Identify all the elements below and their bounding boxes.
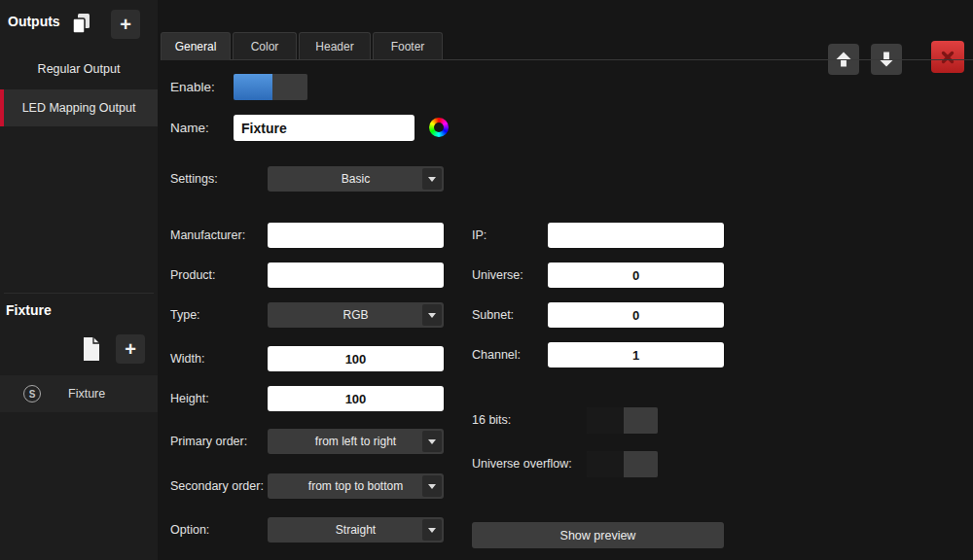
toggle-grip xyxy=(624,451,658,477)
close-icon xyxy=(939,49,956,66)
secondary-order-dropdown-value: from top to bottom xyxy=(308,479,403,493)
toggle-indicator xyxy=(587,451,624,477)
primary-order-dropdown[interactable]: from left to right xyxy=(268,429,444,454)
universe-label: Universe: xyxy=(472,262,523,289)
settings-dropdown-value: Basic xyxy=(342,172,370,186)
fixture-s-icon: S xyxy=(23,385,41,402)
product-input[interactable] xyxy=(268,262,444,288)
duplicate-output-icon[interactable] xyxy=(68,11,93,36)
fixture-header: Fixture xyxy=(6,302,52,318)
height-input[interactable] xyxy=(268,386,444,411)
toggle-indicator xyxy=(234,74,272,100)
led-mapping-app: { "sidebar": { "outputs_title": "Outputs… xyxy=(0,0,973,560)
enable-label: Enable: xyxy=(170,74,215,100)
settings-dropdown[interactable]: Basic xyxy=(268,166,444,192)
manufacturer-input[interactable] xyxy=(268,223,444,248)
toggle-grip xyxy=(624,407,658,434)
toggle-grip xyxy=(272,74,307,100)
name-label: Name: xyxy=(170,115,209,141)
sidebar-divider xyxy=(4,293,154,294)
primary-order-dropdown-value: from left to right xyxy=(315,435,396,448)
sidebar-item-regular-output[interactable]: Regular Output xyxy=(0,55,158,83)
universe-overflow-label: Universe overflow: xyxy=(472,451,572,477)
chevron-down-icon[interactable] xyxy=(422,304,442,326)
toggle-indicator xyxy=(587,407,624,434)
height-label: Height: xyxy=(170,386,209,412)
16bits-toggle[interactable] xyxy=(587,407,658,434)
plus-icon: + xyxy=(125,338,136,360)
channel-label: Channel: xyxy=(472,342,521,368)
ip-input[interactable] xyxy=(548,223,724,248)
option-label: Option: xyxy=(170,517,209,543)
16bits-label: 16 bits: xyxy=(472,407,511,434)
secondary-order-label: Secondary order: xyxy=(170,473,264,500)
color-wheel-icon[interactable] xyxy=(429,118,449,137)
tab-header[interactable]: Header xyxy=(299,32,371,59)
pages-icon xyxy=(69,12,92,35)
document-icon xyxy=(81,336,102,362)
universe-input[interactable] xyxy=(548,262,724,288)
tabbar-underline xyxy=(161,59,973,60)
chevron-down-icon[interactable] xyxy=(422,168,442,190)
width-input[interactable] xyxy=(268,346,444,371)
channel-input[interactable] xyxy=(548,342,724,368)
enable-toggle[interactable] xyxy=(234,74,307,100)
width-label: Width: xyxy=(170,346,204,372)
chevron-down-icon[interactable] xyxy=(422,431,442,452)
ip-label: IP: xyxy=(472,223,486,249)
add-fixture-button[interactable]: + xyxy=(116,334,145,364)
primary-order-label: Primary order: xyxy=(170,429,247,455)
sidebar: Outputs + Regular Output LED Mapping Out… xyxy=(0,0,158,560)
tab-footer[interactable]: Footer xyxy=(373,32,443,59)
subnet-label: Subnet: xyxy=(472,302,514,329)
chevron-down-icon[interactable] xyxy=(422,475,442,497)
settings-label: Settings: xyxy=(170,166,218,192)
subnet-input[interactable] xyxy=(548,302,724,328)
close-button[interactable] xyxy=(931,41,964,73)
fixture-item-label: Fixture xyxy=(68,387,105,401)
product-label: Product: xyxy=(170,262,216,289)
manufacturer-label: Manufacturer: xyxy=(170,223,245,249)
chevron-down-icon[interactable] xyxy=(422,519,442,541)
universe-overflow-toggle[interactable] xyxy=(587,451,658,477)
add-output-button[interactable]: + xyxy=(111,10,140,39)
show-preview-button[interactable]: Show preview xyxy=(472,522,724,548)
tab-color[interactable]: Color xyxy=(233,32,297,59)
name-input[interactable] xyxy=(234,115,414,141)
sidebar-item-led-mapping-output[interactable]: LED Mapping Output xyxy=(0,89,158,126)
plus-icon: + xyxy=(120,14,131,35)
new-fixture-icon[interactable] xyxy=(78,334,105,364)
type-dropdown[interactable]: RGB xyxy=(268,302,444,328)
option-dropdown-value: Straight xyxy=(336,523,376,537)
fixture-list-item[interactable]: S Fixture xyxy=(0,375,158,412)
secondary-order-dropdown[interactable]: from top to bottom xyxy=(268,473,444,499)
tab-general[interactable]: General xyxy=(161,32,231,60)
type-dropdown-value: RGB xyxy=(342,308,368,322)
type-label: Type: xyxy=(170,302,200,329)
outputs-header: Outputs xyxy=(8,14,60,29)
option-dropdown[interactable]: Straight xyxy=(268,517,444,542)
